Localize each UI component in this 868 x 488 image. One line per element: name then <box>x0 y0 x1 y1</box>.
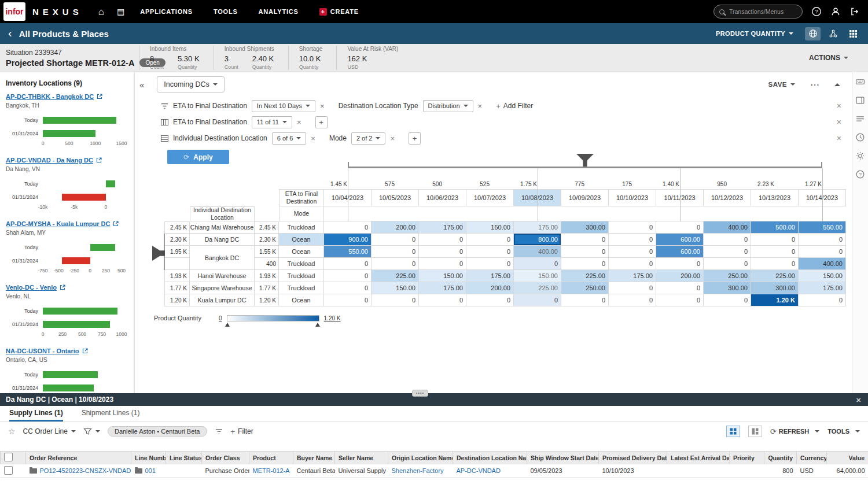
row-mode[interactable]: Truckload <box>279 282 324 294</box>
user-context-badge[interactable]: Danielle Aston • Centauri Beta <box>108 426 207 437</box>
remove-filter-icon[interactable]: × <box>311 134 315 143</box>
pivot-value-cell[interactable]: 800.00 <box>514 234 561 246</box>
pivot-value-cell[interactable]: 0 <box>324 270 372 282</box>
help-icon[interactable]: ? <box>811 6 822 17</box>
notes-icon[interactable]: ▤ <box>117 8 124 16</box>
row-location[interactable]: Chiang Mai Warehouse <box>190 221 255 234</box>
filter-chip-value[interactable]: In Next 10 Days <box>252 100 315 112</box>
pivot-value-cell[interactable]: 175.00 <box>419 282 466 294</box>
column-header-buyer-name[interactable]: Buyer Name <box>293 452 335 464</box>
pivot-value-cell[interactable]: 300.00 <box>751 282 799 294</box>
date-header-10/06/2023[interactable]: 10/06/2023 <box>419 189 466 206</box>
column-header-line-number[interactable]: Line Number <box>131 452 166 464</box>
home-icon[interactable]: ⌂ <box>98 7 104 17</box>
pivot-value-cell[interactable]: 0 <box>324 294 372 306</box>
pivot-value-cell[interactable]: 0 <box>609 221 656 234</box>
date-header-10/07/2023[interactable]: 10/07/2023 <box>466 189 514 206</box>
history-clock-icon[interactable] <box>855 132 865 142</box>
row-location[interactable]: Hanoi Warehouse <box>190 270 255 282</box>
pivot-value-cell[interactable]: 0 <box>561 234 609 246</box>
row-location[interactable]: Kuala Lumpur DC <box>190 294 255 306</box>
pivot-value-cell[interactable]: 0 <box>466 294 514 306</box>
row-mode[interactable]: Truckload <box>279 270 324 282</box>
column-header-order-reference[interactable]: Order Reference <box>26 452 131 464</box>
column-header-latest-est-arrival-date[interactable]: Latest Est Arrival Date <box>667 452 730 464</box>
panel-drag-handle[interactable]: •••• <box>412 390 428 397</box>
user-icon[interactable] <box>830 6 841 17</box>
pivot-value-cell[interactable]: 0 <box>704 234 751 246</box>
pivot-value-cell[interactable]: 0 <box>324 221 372 234</box>
pivot-value-cell[interactable]: 0 <box>466 246 514 258</box>
pivot-value-cell[interactable]: 150.00 <box>799 270 846 282</box>
pivot-value-cell[interactable]: 200.00 <box>372 221 419 234</box>
date-header-10/10/2023[interactable]: 10/10/2023 <box>609 189 656 206</box>
collapse-panel-icon[interactable] <box>834 83 840 86</box>
pivot-value-cell[interactable]: 175.00 <box>514 221 561 234</box>
pivot-value-cell[interactable]: 150.00 <box>419 270 466 282</box>
pivot-value-cell[interactable]: 0 <box>372 294 419 306</box>
column-header-promised-delivery-date[interactable]: Promised Delivery Date <box>599 452 667 464</box>
add-filter-button[interactable]: + Filter <box>231 427 253 436</box>
close-panel-icon[interactable]: × <box>856 395 868 405</box>
row-location[interactable]: Bangkok DC <box>190 246 255 270</box>
help-circle-icon[interactable]: ? <box>855 169 865 179</box>
pivot-value-cell[interactable]: 0 <box>751 246 799 258</box>
pivot-value-cell[interactable]: 175.00 <box>466 270 514 282</box>
pivot-value-cell[interactable]: 0 <box>656 221 704 234</box>
row-checkbox[interactable] <box>4 466 13 475</box>
add-item-button[interactable]: + <box>409 132 421 145</box>
link-destination-location-name[interactable]: AP-DC-VNDAD <box>457 467 501 474</box>
grid-view-toggle[interactable] <box>726 426 740 437</box>
legend-max[interactable]: 1.20 K <box>324 315 341 321</box>
pivot-value-cell[interactable]: 600.00 <box>656 234 704 246</box>
pivot-value-cell[interactable]: 0 <box>609 258 656 270</box>
remove-filter-icon[interactable]: × <box>320 102 325 110</box>
pivot-value-cell[interactable]: 600.00 <box>656 246 704 258</box>
column-header-product[interactable]: Product <box>249 452 293 464</box>
pivot-value-cell[interactable]: 175.00 <box>609 270 656 282</box>
network-view-button[interactable] <box>825 27 841 40</box>
column-header-currency[interactable]: Currency <box>797 452 827 464</box>
pivot-value-cell[interactable]: 225.00 <box>372 270 419 282</box>
date-header-10/05/2023[interactable]: 10/05/2023 <box>372 189 419 206</box>
pivot-value-cell[interactable]: 0 <box>561 294 609 306</box>
date-header-10/12/2023[interactable]: 10/12/2023 <box>704 189 751 206</box>
timeline-selector-handle[interactable] <box>576 154 594 167</box>
gear-icon[interactable] <box>855 151 865 161</box>
pivot-value-cell[interactable]: 0 <box>656 258 704 270</box>
column-header-order-class[interactable]: Order Class <box>202 452 249 464</box>
date-header-10/13/2023[interactable]: 10/13/2023 <box>751 189 799 206</box>
pivot-value-cell[interactable]: 0 <box>609 294 656 306</box>
row-selector-handle[interactable] <box>152 246 165 261</box>
list-icon[interactable] <box>855 114 865 124</box>
select-all-checkbox[interactable] <box>4 453 13 461</box>
pivot-value-cell[interactable]: 200.00 <box>656 270 704 282</box>
column-header-destination-location-name[interactable]: Destination Location Name <box>453 452 527 464</box>
actions-menu[interactable]: ACTIONS <box>809 54 868 62</box>
menu-item-applications[interactable]: APPLICATIONS <box>140 8 193 15</box>
column-header-quantity[interactable]: Quantity <box>764 452 797 464</box>
pivot-value-cell[interactable]: 0 <box>466 258 514 270</box>
tab-shipment-lines-1[interactable]: Shipment Lines (1) <box>82 409 140 422</box>
pivot-value-cell[interactable]: 0 <box>799 234 846 246</box>
row-location[interactable]: Singapore Warehouse <box>190 282 255 294</box>
pivot-value-cell[interactable]: 1.20 K <box>751 294 799 306</box>
row-location[interactable]: Da Nang DC <box>190 234 255 246</box>
tab-supply-lines-1[interactable]: Supply Lines (1) <box>9 409 63 422</box>
location-link[interactable]: Venlo-DC - Venlo <box>6 284 130 291</box>
legend-min[interactable]: 0 <box>219 315 222 321</box>
global-search[interactable] <box>713 5 803 19</box>
saved-filter-icon[interactable] <box>83 427 100 436</box>
pivot-value-cell[interactable]: 300.00 <box>561 221 609 234</box>
funnel-icon[interactable] <box>215 427 223 436</box>
link-origin-location-name[interactable]: Shenzhen-Factory <box>392 467 444 474</box>
pivot-value-cell[interactable]: 0 <box>704 246 751 258</box>
back-button[interactable]: ‹ <box>8 27 12 40</box>
pivot-value-cell[interactable]: 0 <box>419 258 466 270</box>
row-mode[interactable]: Truckload <box>279 258 324 270</box>
pivot-value-cell[interactable]: 300.00 <box>704 282 751 294</box>
pivot-value-cell[interactable]: 0 <box>514 258 561 270</box>
clear-row-icon[interactable]: × <box>837 117 841 127</box>
side-panel-icon[interactable] <box>855 95 865 105</box>
menu-item-create[interactable]: +CREATE <box>319 8 359 16</box>
